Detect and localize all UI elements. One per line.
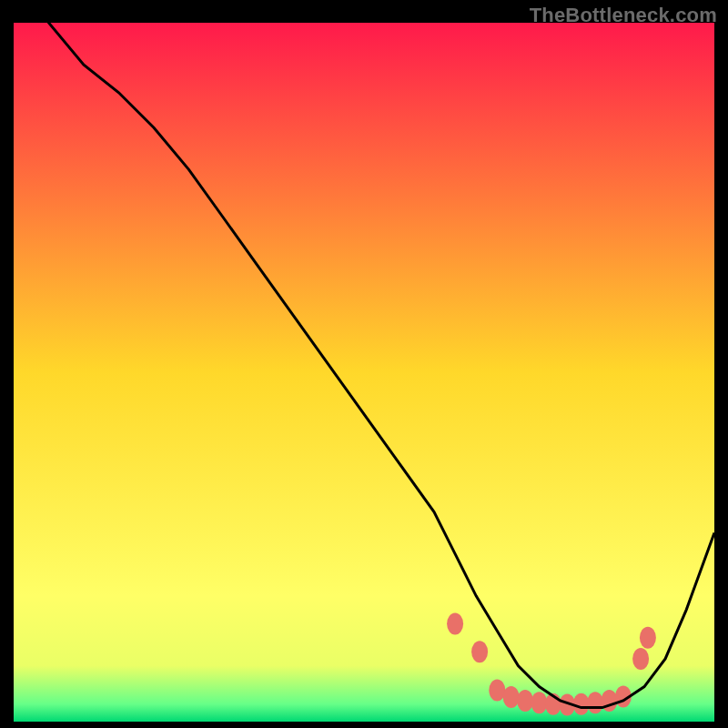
marker-dot	[503, 686, 520, 708]
bottleneck-chart	[14, 23, 714, 722]
marker-dot	[447, 613, 463, 635]
marker-dot	[471, 641, 488, 662]
marker-dot	[587, 692, 603, 713]
marker-dot	[489, 679, 505, 701]
chart-frame	[14, 23, 714, 722]
marker-dot	[632, 648, 649, 670]
marker-dot	[517, 690, 533, 712]
gradient-background	[14, 23, 714, 722]
marker-dot	[640, 627, 656, 649]
marker-dot	[573, 693, 590, 715]
marker-dot	[531, 692, 548, 713]
